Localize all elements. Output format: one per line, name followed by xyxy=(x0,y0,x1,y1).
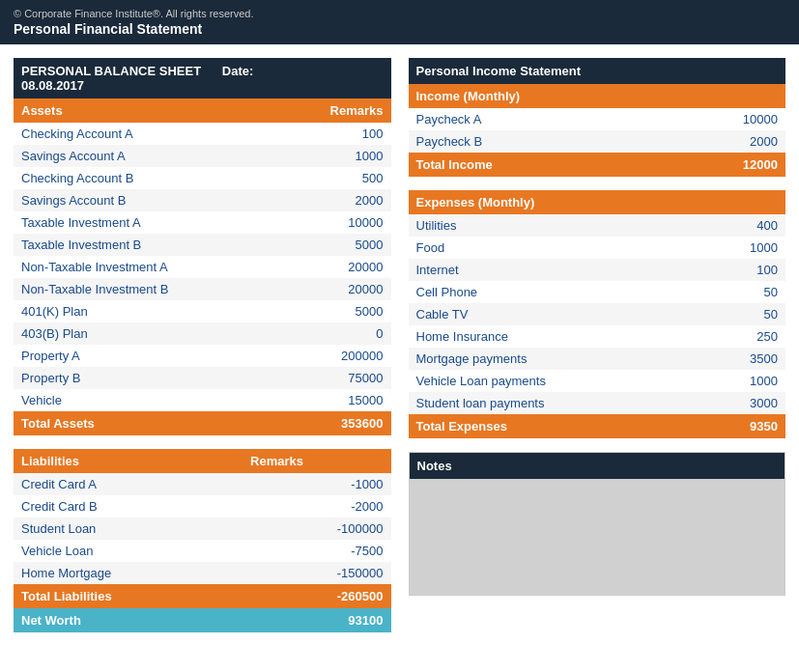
liabilities-label: Liabilities xyxy=(14,449,243,473)
expense-name: Utilities xyxy=(409,214,699,237)
liability-name: Home Mortgage xyxy=(14,562,243,584)
expense-name: Student loan payments xyxy=(409,392,699,414)
asset-value: 20000 xyxy=(323,256,391,278)
expense-value: 3000 xyxy=(699,392,785,414)
main-content: PERSONAL BALANCE SHEET Date: 08.08.2017 … xyxy=(0,44,799,659)
liability-row: Vehicle Loan-7500 xyxy=(14,540,391,562)
asset-value: 2000 xyxy=(323,189,391,211)
income-statement-title: Personal Income Statement xyxy=(409,58,786,84)
asset-value: 1000 xyxy=(323,145,391,167)
asset-row: Taxable Investment A10000 xyxy=(14,211,391,234)
expenses-table: Expenses (Monthly) Utilities400Food1000I… xyxy=(409,190,786,438)
expenses-label: Expenses (Monthly) xyxy=(409,190,786,214)
notes-header: Notes xyxy=(410,453,785,479)
total-liabilities-row: Total Liabilities-260500 xyxy=(14,584,391,608)
liabilities-header-row: Liabilities Remarks xyxy=(14,449,391,473)
asset-name: Vehicle xyxy=(14,389,323,411)
remarks-label: Remarks xyxy=(323,98,391,123)
asset-row: Checking Account B500 xyxy=(14,167,391,189)
asset-row: Checking Account A100 xyxy=(14,123,391,145)
expense-value: 400 xyxy=(699,214,785,237)
expense-value: 1000 xyxy=(699,237,785,259)
asset-name: Savings Account B xyxy=(14,189,323,211)
asset-name: Checking Account B xyxy=(14,167,323,189)
asset-value: 5000 xyxy=(323,234,391,256)
income-value: 10000 xyxy=(652,108,785,130)
total-assets-row: Total Assets353600 xyxy=(14,411,391,435)
total-expenses-value: 9350 xyxy=(699,414,785,438)
expense-value: 250 xyxy=(699,325,785,348)
liability-name: Student Loan xyxy=(14,518,243,540)
expense-row: Mortgage payments3500 xyxy=(409,348,786,370)
liability-value: -150000 xyxy=(243,562,390,584)
net-worth-row: Net Worth93100 xyxy=(14,608,391,632)
liability-value: -7500 xyxy=(243,540,390,562)
asset-row: 403(B) Plan0 xyxy=(14,322,391,345)
app-title: Personal Financial Statement xyxy=(14,21,785,37)
asset-row: 401(K) Plan5000 xyxy=(14,300,391,322)
asset-row: Non-Taxable Investment B20000 xyxy=(14,278,391,300)
expense-row: Utilities400 xyxy=(409,214,786,237)
total-liabilities-value: -260500 xyxy=(243,584,390,608)
asset-name: Non-Taxable Investment A xyxy=(14,256,323,278)
asset-value: 15000 xyxy=(323,389,391,411)
asset-value: 10000 xyxy=(323,211,391,234)
income-value: 2000 xyxy=(652,130,785,153)
expense-name: Vehicle Loan payments xyxy=(409,370,699,392)
income-statement-header-row: Personal Income Statement xyxy=(409,58,786,84)
asset-row: Non-Taxable Investment A20000 xyxy=(14,256,391,278)
asset-name: Non-Taxable Investment B xyxy=(14,278,323,300)
total-assets-value: 353600 xyxy=(323,411,391,435)
liability-name: Vehicle Loan xyxy=(14,540,243,562)
asset-row: Taxable Investment B5000 xyxy=(14,234,391,256)
liability-row: Credit Card B-2000 xyxy=(14,495,391,518)
assets-table: PERSONAL BALANCE SHEET Date: 08.08.2017 … xyxy=(14,58,391,435)
liability-name: Credit Card A xyxy=(14,473,243,495)
expense-name: Cell Phone xyxy=(409,281,699,303)
asset-name: Taxable Investment A xyxy=(14,211,323,234)
asset-name: Taxable Investment B xyxy=(14,234,323,256)
liability-value: -1000 xyxy=(243,473,390,495)
liability-value: -100000 xyxy=(243,518,390,540)
notes-content[interactable] xyxy=(410,479,785,595)
asset-value: 0 xyxy=(323,322,391,345)
asset-value: 5000 xyxy=(323,300,391,322)
total-expenses-row: Total Expenses9350 xyxy=(409,414,786,438)
total-liabilities-label: Total Liabilities xyxy=(14,584,243,608)
asset-value: 75000 xyxy=(323,367,391,389)
asset-row: Vehicle15000 xyxy=(14,389,391,411)
right-panel: Personal Income Statement Income (Monthl… xyxy=(409,58,786,646)
income-label: Income (Monthly) xyxy=(409,84,786,108)
assets-header-row: Assets Remarks xyxy=(14,98,391,123)
balance-sheet-header-spacer xyxy=(323,58,391,98)
income-table: Personal Income Statement Income (Monthl… xyxy=(409,58,786,177)
income-name: Paycheck B xyxy=(409,130,652,153)
total-income-label: Total Income xyxy=(409,153,652,177)
liabilities-remarks-label: Remarks xyxy=(243,449,390,473)
asset-name: Property A xyxy=(14,345,323,367)
top-bar: © Corporate Finance Institute®. All righ… xyxy=(0,0,799,44)
expense-row: Food1000 xyxy=(409,237,786,259)
liability-row: Student Loan-100000 xyxy=(14,518,391,540)
asset-value: 100 xyxy=(323,123,391,145)
expense-row: Student loan payments3000 xyxy=(409,392,786,414)
copyright-text: © Corporate Finance Institute®. All righ… xyxy=(14,8,785,19)
balance-sheet-title: PERSONAL BALANCE SHEET Date: 08.08.2017 xyxy=(14,58,323,98)
liabilities-table: Liabilities Remarks Credit Card A-1000Cr… xyxy=(14,449,391,632)
expense-row: Cell Phone50 xyxy=(409,281,786,303)
expense-row: Vehicle Loan payments1000 xyxy=(409,370,786,392)
asset-name: 403(B) Plan xyxy=(14,322,323,345)
asset-value: 200000 xyxy=(323,345,391,367)
notes-section: Notes xyxy=(409,452,786,596)
assets-label: Assets xyxy=(14,98,323,123)
liability-name: Credit Card B xyxy=(14,495,243,518)
expense-name: Mortgage payments xyxy=(409,348,699,370)
total-expenses-label: Total Expenses xyxy=(409,414,699,438)
liability-row: Home Mortgage-150000 xyxy=(14,562,391,584)
expense-row: Internet100 xyxy=(409,259,786,281)
left-panel: PERSONAL BALANCE SHEET Date: 08.08.2017 … xyxy=(14,58,391,646)
asset-row: Savings Account A1000 xyxy=(14,145,391,167)
liability-row: Credit Card A-1000 xyxy=(14,473,391,495)
expense-value: 1000 xyxy=(699,370,785,392)
net-worth-value: 93100 xyxy=(243,608,390,632)
